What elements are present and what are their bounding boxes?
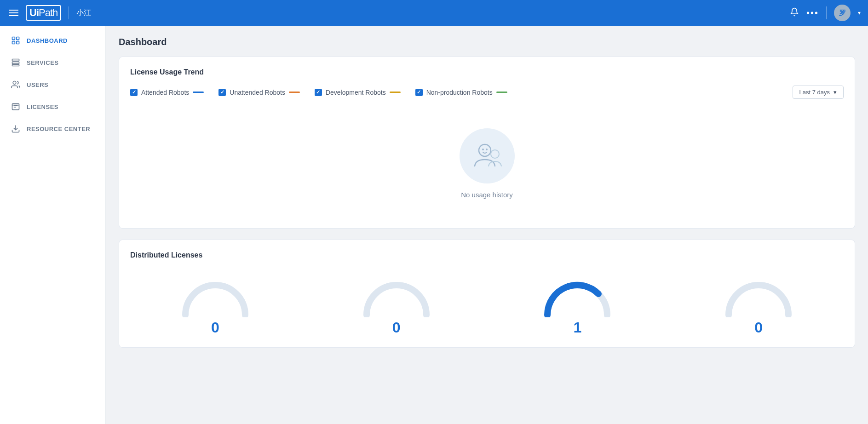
logo-divider xyxy=(69,6,69,19)
development-checkbox[interactable] xyxy=(315,89,322,96)
gauge-value-3: 1 xyxy=(573,319,581,336)
svg-rect-0 xyxy=(12,37,15,40)
gauge-value-1: 0 xyxy=(211,319,219,336)
users-label: USERS xyxy=(27,81,48,88)
distributed-licenses-title: Distributed Licenses xyxy=(130,251,844,259)
legend-attended: Attended Robots xyxy=(130,89,204,96)
users-icon xyxy=(11,80,20,89)
header-actions: ••• 罗 ▾ xyxy=(790,5,861,21)
gauge-value-4: 0 xyxy=(754,319,763,336)
svg-point-12 xyxy=(479,144,491,156)
more-options-button[interactable]: ••• xyxy=(806,8,819,18)
no-data-illustration xyxy=(460,128,515,183)
gauges-row: 0 0 xyxy=(130,269,844,336)
time-filter-label: Last 7 days xyxy=(799,89,830,96)
notification-bell-button[interactable] xyxy=(790,7,799,19)
sidebar: DASHBOARD SERVICES USERS xyxy=(0,26,106,424)
header-divider xyxy=(826,6,827,19)
sidebar-item-dashboard[interactable]: DASHBOARD xyxy=(0,29,105,52)
legend-nonproduction: Non-production Robots xyxy=(415,89,507,96)
logo-box: UiPath xyxy=(26,5,61,21)
development-line xyxy=(390,92,401,93)
gauge-svg-1 xyxy=(178,276,252,317)
svg-point-15 xyxy=(491,150,499,158)
logo-text: UiPath xyxy=(29,7,57,19)
legend-row: Attended Robots Unattended Robots Develo… xyxy=(130,86,844,99)
gauge-svg-2 xyxy=(360,276,433,317)
gauge-svg-4 xyxy=(722,276,795,317)
attended-label: Attended Robots xyxy=(141,89,189,96)
svg-point-13 xyxy=(482,149,484,150)
main-content: Dashboard License Usage Trend Attended R… xyxy=(106,26,868,424)
gauge-item-2: 0 xyxy=(311,276,482,336)
nonproduction-label: Non-production Robots xyxy=(426,89,493,96)
app-header: UiPath 小江 ••• 罗 ▾ xyxy=(0,0,868,26)
sidebar-item-services[interactable]: SERVICES xyxy=(0,52,105,74)
nonproduction-line xyxy=(496,92,507,93)
svg-rect-3 xyxy=(17,41,19,44)
logo-area: UiPath 小江 xyxy=(26,5,91,21)
gauge-svg-3 xyxy=(540,276,614,317)
unattended-label: Unattended Robots xyxy=(230,89,285,96)
gauge-value-2: 0 xyxy=(392,319,401,336)
sidebar-item-users[interactable]: USERS xyxy=(0,74,105,96)
attended-line xyxy=(193,92,204,93)
attended-checkbox[interactable] xyxy=(130,89,138,96)
resource-center-icon xyxy=(11,124,20,133)
svg-point-14 xyxy=(486,149,488,150)
licenses-icon xyxy=(11,102,20,111)
no-usage-area: No usage history xyxy=(130,110,844,217)
main-layout: DASHBOARD SERVICES USERS xyxy=(0,26,868,424)
svg-rect-1 xyxy=(17,37,19,40)
user-menu-chevron[interactable]: ▾ xyxy=(858,10,861,16)
services-label: SERVICES xyxy=(27,59,59,66)
tenant-name: 小江 xyxy=(76,8,91,18)
nonproduction-checkbox[interactable] xyxy=(415,89,423,96)
sidebar-item-resource-center[interactable]: RESOURCE CENTER xyxy=(0,118,105,140)
legend-unattended: Unattended Robots xyxy=(218,89,300,96)
svg-rect-5 xyxy=(12,62,19,63)
svg-point-7 xyxy=(13,81,16,85)
page-title: Dashboard xyxy=(119,37,855,47)
unattended-line xyxy=(289,92,300,93)
services-icon xyxy=(11,58,20,67)
dashboard-icon xyxy=(11,36,20,45)
legend-development: Development Robots xyxy=(315,89,401,96)
licenses-label: LICENSES xyxy=(27,103,58,110)
resource-center-label: RESOURCE CENTER xyxy=(27,126,90,132)
sidebar-item-licenses[interactable]: LICENSES xyxy=(0,96,105,118)
dashboard-label: DASHBOARD xyxy=(27,37,68,44)
license-usage-card: License Usage Trend Attended Robots Unat… xyxy=(119,57,855,229)
gauge-item-3: 1 xyxy=(493,276,663,336)
svg-rect-2 xyxy=(12,41,15,44)
svg-rect-6 xyxy=(12,64,19,66)
development-label: Development Robots xyxy=(326,89,386,96)
chevron-down-icon: ▾ xyxy=(834,89,837,96)
distributed-licenses-card: Distributed Licenses 0 xyxy=(119,240,855,348)
time-filter-dropdown[interactable]: Last 7 days ▾ xyxy=(793,86,844,99)
gauge-item-1: 0 xyxy=(130,276,300,336)
user-avatar[interactable]: 罗 xyxy=(834,5,851,21)
no-usage-text: No usage history xyxy=(461,191,513,199)
svg-rect-4 xyxy=(12,59,19,61)
menu-button[interactable] xyxy=(7,8,20,18)
gauge-item-4: 0 xyxy=(673,276,844,336)
license-usage-title: License Usage Trend xyxy=(130,68,844,76)
unattended-checkbox[interactable] xyxy=(218,89,226,96)
